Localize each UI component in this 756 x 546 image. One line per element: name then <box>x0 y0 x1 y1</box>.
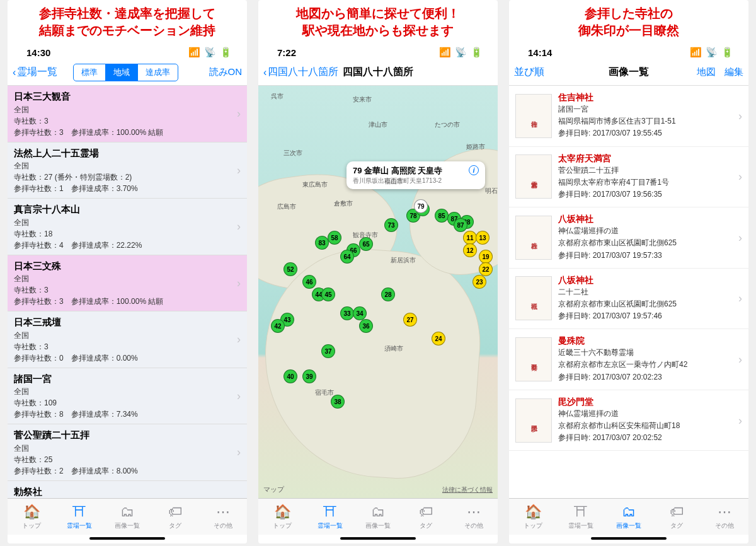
map-pin[interactable]: 42 <box>271 319 285 333</box>
list-item[interactable]: 日本三戒壇 全国 寺社数：3 参拝寺社数：0 参拝達成率：0.00% › <box>8 311 247 368</box>
list-item[interactable]: 日本三文殊 全国 寺社数：3 参拝寺社数：3 参拝達成率：100.00% 結願 … <box>8 255 247 312</box>
map-pin[interactable]: 23 <box>472 275 486 289</box>
tab-list[interactable]: ⛩霊場一覧 <box>55 499 103 535</box>
item-region: 全国 <box>14 160 241 171</box>
map-pin[interactable]: 83 <box>315 236 329 250</box>
pilgrimage-list[interactable]: 日本三大観音 全国 寺社数：3 参拝寺社数：3 参拝達成率：100.00% 結願… <box>8 86 247 498</box>
map-pin[interactable]: 39 <box>302 369 316 383</box>
signal-icon: 📶 <box>439 47 451 58</box>
goshuin-list[interactable]: 住吉神社 住吉神社 諸国一宮 福岡県福岡市博多区住吉3丁目1-51 参拝日時: … <box>509 86 748 498</box>
seg-rate[interactable]: 達成率 <box>138 64 178 81</box>
list-item[interactable]: 諸国一宮 全国 寺社数：109 参拝寺社数：8 参拝達成率：7.34% › <box>8 368 247 425</box>
map-callout[interactable]: 79 金華山 高照院 天皇寺i 香川県坂出市西庄町天皇1713-2 <box>346 161 485 189</box>
back-button[interactable]: ‹ 霊場一覧 <box>13 66 57 79</box>
phone-images: 参拝した寺社の 御朱印が一目瞭然 14:14 📶 📡 🔋 並び順 画像一覧 地図… <box>509 0 748 543</box>
group-name: 神仏霊場巡拝の道 <box>558 225 677 237</box>
shrine-name: 住吉神社 <box>558 92 676 103</box>
tab-top[interactable]: 🏠トップ <box>258 499 306 535</box>
map-city-label: たつの市 <box>435 120 460 129</box>
tab-tags[interactable]: 🏷タグ <box>653 499 701 535</box>
tab-images[interactable]: 🗂画像一覧 <box>605 499 653 535</box>
map-pin[interactable]: 52 <box>284 262 297 276</box>
wifi-icon: 📡 <box>204 47 216 58</box>
home-indicator <box>89 537 165 540</box>
list-item[interactable]: 祇園社 八坂神社 二十二社 京都府京都市東山区祇園町北側625 参拝日時: 20… <box>509 269 748 330</box>
map-pin[interactable]: 33 <box>340 306 354 320</box>
map-pin[interactable]: 40 <box>284 369 297 383</box>
reading-toggle[interactable]: 読みON <box>209 66 243 78</box>
temple-icon: ⛩ <box>574 504 588 520</box>
list-item[interactable]: 日本三大観音 全国 寺社数：3 参拝寺社数：3 参拝達成率：100.00% 結願… <box>8 86 247 142</box>
map-pin[interactable]: 73 <box>384 218 398 232</box>
map-pin[interactable]: 22 <box>479 262 493 276</box>
map-pin[interactable]: 36 <box>359 319 373 333</box>
map-pin[interactable]: 28 <box>381 288 395 301</box>
tab-more[interactable]: ⋯その他 <box>701 499 748 535</box>
map-pin-selected[interactable]: 79 <box>414 199 428 213</box>
info-icon[interactable]: i <box>469 165 479 175</box>
map-pin[interactable]: 37 <box>321 344 335 358</box>
map-pin[interactable]: 11 <box>463 231 477 245</box>
edit-button[interactable]: 編集 <box>724 66 743 78</box>
list-item[interactable]: 勅祭社 全国 寺社数：16 参拝寺社数：0 参拝達成率：0.00% › <box>8 481 247 499</box>
phone-map: 地図から簡単に探せて便利！ 駅や現在地からも探せます 7:22 📶 📡 🔋 ‹ … <box>258 0 498 543</box>
map-button[interactable]: 地図 <box>697 66 716 78</box>
tab-list[interactable]: ⛩霊場一覧 <box>306 499 354 535</box>
item-title: 勅祭社 <box>14 485 241 499</box>
list-item[interactable]: 黄不動尊 曼殊院 近畿三十六不動尊霊場 京都府京都市左京区一乗寺竹ノ内町42 参… <box>509 329 748 390</box>
map-pin[interactable]: 64 <box>340 250 354 264</box>
tab-list[interactable]: ⛩霊場一覧 <box>557 499 605 535</box>
seg-region[interactable]: 地域 <box>106 64 138 81</box>
chevron-right-icon: › <box>237 444 241 461</box>
map-pin[interactable]: 24 <box>432 332 445 346</box>
visit-date: 参拝日時: 2017/03/07 20:02:52 <box>558 432 680 444</box>
battery-icon: 🔋 <box>721 47 733 58</box>
sort-button[interactable]: 並び順 <box>514 66 544 79</box>
tab-more[interactable]: ⋯その他 <box>450 499 498 535</box>
map-pin[interactable]: 13 <box>476 231 490 245</box>
item-title: 日本三戒壇 <box>14 315 241 330</box>
map-pin[interactable]: 34 <box>353 306 367 320</box>
map-city-label: 津山市 <box>369 120 387 129</box>
map-pin[interactable]: 45 <box>321 288 335 301</box>
item-region: 全国 <box>14 217 241 228</box>
map-pin[interactable]: 12 <box>463 243 477 257</box>
shrine-address: 京都府京都市左京区一乗寺竹ノ内町42 <box>558 359 687 371</box>
shrine-address: 福岡県太宰府市宰府4丁目7番1号 <box>558 177 669 189</box>
segmented-control[interactable]: 標準 地域 達成率 <box>73 64 178 81</box>
list-item[interactable]: 法然上人二十五霊場 全国 寺社数：27 (番外・特別霊場数：2) 参拝寺社数：1… <box>8 142 247 199</box>
list-item[interactable]: 毘沙門天王 毘沙門堂 神仏霊場巡拝の道 京都府京都市山科区安朱稲荷山町18 参拝… <box>509 390 748 451</box>
goshuin-thumbnail: 太宰府天満宮 <box>515 154 552 199</box>
goshuin-thumbnail: 八坂神社 <box>515 216 552 260</box>
list-item[interactable]: 太宰府天満宮 太宰府天満宮 菅公聖蹟二十五拝 福岡県太宰府市宰府4丁目7番1号 … <box>509 147 748 208</box>
legal-link[interactable]: 法律に基づく情報 <box>442 485 493 494</box>
tab-images[interactable]: 🗂画像一覧 <box>103 499 151 535</box>
back-button[interactable]: ‹ 四国八十八箇所 <box>263 66 338 79</box>
list-item[interactable]: 住吉神社 住吉神社 諸国一宮 福岡県福岡市博多区住吉3丁目1-51 参拝日時: … <box>509 86 748 147</box>
tab-more[interactable]: ⋯その他 <box>199 499 247 535</box>
item-meta: 八坂神社 二十二社 京都府京都市東山区祇園町北側625 参拝日時: 2017/0… <box>558 275 677 323</box>
list-item[interactable]: 真言宗十八本山 全国 寺社数：18 参拝寺社数：4 参拝達成率：22.22% › <box>8 199 247 255</box>
map-view[interactable]: 79 金華山 高照院 天皇寺i 香川県坂出市西庄町天皇1713-2 マップ 法律… <box>258 86 498 498</box>
tab-tags[interactable]: 🏷タグ <box>151 499 199 535</box>
list-item[interactable]: 菅公聖蹟二十五拝 全国 寺社数：25 参拝寺社数：2 参拝達成率：8.00% › <box>8 424 247 481</box>
home-icon: 🏠 <box>525 504 542 520</box>
back-label: 四国八十八箇所 <box>268 66 338 79</box>
map-pin[interactable]: 85 <box>435 209 449 223</box>
map-pin[interactable]: 46 <box>302 275 316 289</box>
map-pin[interactable]: 87 <box>454 218 467 232</box>
callout-title: 79 金華山 高照院 天皇寺 <box>353 165 442 177</box>
map-pin[interactable]: 58 <box>328 231 341 245</box>
tab-tags[interactable]: 🏷タグ <box>402 499 450 535</box>
seg-standard[interactable]: 標準 <box>74 64 106 81</box>
list-item[interactable]: 八坂神社 八坂神社 神仏霊場巡拝の道 京都府京都市東山区祇園町北側625 参拝日… <box>509 207 748 269</box>
tab-images[interactable]: 🗂画像一覧 <box>354 499 402 535</box>
tab-top[interactable]: 🏠トップ <box>8 499 55 535</box>
tab-top[interactable]: 🏠トップ <box>509 499 557 535</box>
map-pin[interactable]: 19 <box>479 250 493 264</box>
apple-maps-attribution: マップ <box>263 485 284 494</box>
status-bar: 7:22 📶 📡 🔋 <box>258 43 498 59</box>
tag-icon: 🏷 <box>419 504 433 520</box>
map-pin[interactable]: 27 <box>403 313 417 327</box>
back-label: 霊場一覧 <box>17 66 57 79</box>
